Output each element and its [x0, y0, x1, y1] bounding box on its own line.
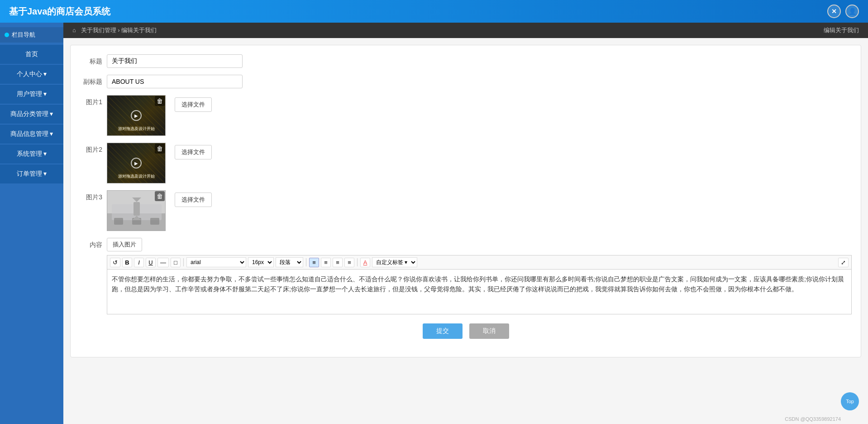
image2-container: ▶ 游对拖选及设计开始 🗑 — [107, 143, 166, 183]
toolbar-underline[interactable]: U — [146, 258, 156, 267]
sidebar-item-user-mgmt[interactable]: 用户管理 ▾ — [0, 85, 63, 104]
title-input[interactable] — [107, 54, 243, 68]
main-content: ⌂ 关于我们管理 › 编辑关于我们 编辑关于我们 标题 副标题 图 — [63, 23, 868, 424]
app-title: 基于Java的商店会员系统 — [9, 5, 111, 18]
sidebar-item-product-mgmt[interactable]: 商品信息管理 ▾ — [0, 125, 63, 144]
svg-rect-3 — [114, 218, 123, 225]
image1-text: 游对拖选及设计开始 — [107, 126, 165, 132]
toolbar-sep3 — [357, 258, 358, 266]
user-button[interactable]: 👤 — [845, 5, 859, 18]
image3-label: 图片3 — [80, 190, 107, 202]
toolbar-box[interactable]: □ — [171, 258, 181, 267]
image1-container: ▶ 游对拖选及设计开始 🗑 — [107, 95, 166, 136]
image1-select-button[interactable]: 选择文件 — [175, 97, 212, 112]
form-area: 标题 副标题 图片1 ▶ 游对拖选及设计开始 — [70, 45, 861, 357]
svg-rect-5 — [150, 218, 159, 225]
insert-image-button[interactable]: 插入图片 — [107, 238, 142, 251]
toolbar-italic[interactable]: I — [134, 258, 144, 267]
toolbar-align-right[interactable]: ≡ — [333, 258, 343, 267]
image2-text: 游对拖选及设计开始 — [107, 173, 165, 179]
image3-select-button[interactable]: 选择文件 — [175, 193, 212, 207]
breadcrumb-item-1[interactable]: 关于我们管理 — [81, 27, 116, 34]
image1-play-icon: ▶ — [131, 110, 142, 121]
image2-play-icon: ▶ — [131, 158, 142, 169]
title-row: 标题 — [80, 54, 852, 68]
title-label: 标题 — [80, 54, 107, 66]
image2-select-button[interactable]: 选择文件 — [175, 145, 212, 159]
toolbar-sep2 — [306, 258, 306, 266]
sidebar-item-home[interactable]: 首页 — [0, 45, 63, 64]
user-icon: 👤 — [849, 8, 856, 15]
toolbar-undo[interactable]: ↺ — [110, 258, 120, 267]
image1-delete-button[interactable]: 🗑 — [155, 96, 165, 106]
editor-text: 不管你想要怎样的生活，你都要去努力争取，不多尝试一些事情怎么知道自己适合什么、不… — [112, 275, 844, 293]
breadcrumb-separator1 — [77, 27, 79, 34]
close-button[interactable]: ✕ — [827, 5, 841, 18]
content-label: 内容 — [80, 238, 107, 249]
image3-delete-button[interactable]: 🗑 — [155, 191, 165, 201]
editor-content[interactable]: 不管你想要怎样的生活，你都要去努力争取，不多尝试一些事情怎么知道自己适合什么、不… — [107, 269, 852, 314]
toolbar-align-left[interactable]: ≡ — [309, 258, 319, 267]
home-icon: ⌂ — [72, 27, 76, 34]
toolbar-font-family[interactable]: arial Times New Roman — [186, 257, 246, 267]
toolbar-bold[interactable]: B — [122, 258, 132, 267]
sidebar-nav-label: 栏目导航 — [12, 31, 35, 39]
toolbar-custom-label[interactable]: 自定义标签 ▾ — [372, 257, 417, 267]
toolbar-sep1 — [183, 258, 184, 266]
sidebar-item-personal[interactable]: 个人中心 ▾ — [0, 65, 63, 84]
image1-row: 图片1 ▶ 游对拖选及设计开始 🗑 选择文件 — [80, 95, 852, 136]
submit-button[interactable]: 提交 — [423, 323, 463, 339]
image2-row: 图片2 ▶ 游对拖选及设计开始 🗑 选择文件 — [80, 143, 852, 183]
toolbar-line[interactable]: — — [157, 258, 169, 267]
editor-wrapper: 插入图片 ↺ B I U — □ arial Times New Roman — [107, 238, 852, 314]
sidebar: 栏目导航 首页 个人中心 ▾ 用户管理 ▾ 商品分类管理 ▾ 商品信息管理 ▾ … — [0, 23, 63, 424]
bottom-buttons: 提交 取消 — [80, 323, 852, 348]
sidebar-item-order-mgmt[interactable]: 订单管理 ▾ — [0, 164, 63, 183]
image1-label: 图片1 — [80, 95, 107, 106]
cancel-button[interactable]: 取消 — [469, 323, 509, 339]
image2-label: 图片2 — [80, 143, 107, 154]
header-icons: ✕ 👤 — [827, 5, 859, 18]
footer-watermark: CSDN @QQ3359892174 — [785, 416, 841, 422]
editor-toolbar: ↺ B I U — □ arial Times New Roman 16px — [107, 255, 852, 269]
subtitle-label: 副标题 — [80, 75, 107, 86]
subtitle-row: 副标题 — [80, 75, 852, 88]
top-button[interactable]: Top — [841, 392, 859, 410]
toolbar-align-justify[interactable]: ≡ — [344, 258, 354, 267]
toolbar-font-size[interactable]: 16px 12px 14px 18px — [248, 257, 274, 267]
breadcrumb-item-2: 编辑关于我们 — [121, 27, 157, 34]
breadcrumb: ⌂ 关于我们管理 › 编辑关于我们 编辑关于我们 — [63, 23, 868, 38]
page-title: 编辑关于我们 — [824, 26, 859, 34]
nav-dot — [5, 33, 9, 37]
subtitle-input[interactable] — [107, 75, 243, 88]
toolbar-expand[interactable]: ⤢ — [838, 258, 849, 267]
sidebar-header: 栏目导航 — [0, 27, 63, 43]
main-layout: 栏目导航 首页 个人中心 ▾ 用户管理 ▾ 商品分类管理 ▾ 商品信息管理 ▾ … — [0, 23, 868, 424]
breadcrumb-path: ⌂ 关于我们管理 › 编辑关于我们 — [72, 26, 157, 34]
image3-row: 图片3 — [80, 190, 852, 231]
toolbar-paragraph[interactable]: 段落 标题1 — [276, 257, 303, 267]
sidebar-item-category-mgmt[interactable]: 商品分类管理 ▾ — [0, 105, 63, 124]
toolbar-color[interactable]: A — [360, 258, 370, 267]
svg-rect-6 — [134, 202, 140, 216]
content-row: 内容 插入图片 ↺ B I U — □ arial Times — [80, 238, 852, 314]
toolbar-align-center[interactable]: ≡ — [321, 258, 331, 267]
app-header: 基于Java的商店会员系统 ✕ 👤 — [0, 0, 868, 23]
image3-container: 🗑 — [107, 190, 166, 231]
sidebar-item-system-mgmt[interactable]: 系统管理 ▾ — [0, 145, 63, 164]
image2-delete-button[interactable]: 🗑 — [155, 144, 165, 154]
